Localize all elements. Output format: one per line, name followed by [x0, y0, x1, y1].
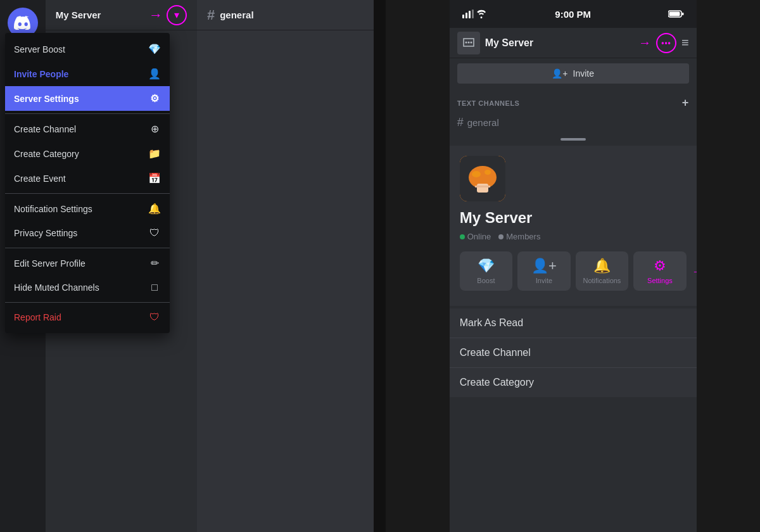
- menu-item-label: Server Boost: [14, 44, 65, 54]
- settings-icon: ⚙: [148, 92, 161, 104]
- server-header[interactable]: My Server → ▾: [46, 0, 197, 30]
- menu-item-privacy-settings[interactable]: Privacy Settings 🛡: [5, 221, 170, 245]
- signal-indicators: [462, 10, 486, 18]
- edit-icon: ✏: [148, 257, 161, 269]
- boost-action-label: Boost: [477, 277, 495, 284]
- svg-point-18: [465, 41, 467, 43]
- channel-name-mobile: general: [467, 117, 499, 128]
- svg-rect-16: [669, 12, 680, 16]
- channel-sidebar: My Server → ▾ Server Boost 💎 Invite Peop…: [46, 0, 197, 532]
- add-channel-icon: ⊕: [148, 123, 161, 135]
- create-event-icon: 📅: [148, 172, 161, 184]
- mobile-menu-create-category[interactable]: Create Category: [450, 368, 697, 397]
- server-stats: Online Members: [460, 232, 687, 241]
- action-row: 💎 Boost 👤+ Invite 🔔 Notifications ⚙ Sett…: [460, 251, 687, 291]
- notifications-action-icon: 🔔: [593, 258, 611, 274]
- invite-person-icon: 👤+: [552, 68, 567, 79]
- members-dot: [498, 234, 504, 239]
- menu-item-label: Hide Muted Channels: [14, 282, 99, 293]
- mobile-phone: 9:00 PM My Server →: [450, 0, 697, 532]
- svg-point-24: [484, 170, 491, 175]
- pink-arrow-icon: →: [149, 7, 163, 23]
- add-channel-button[interactable]: +: [682, 96, 689, 110]
- server-info-section: My Server Online Members 💎 Boost: [450, 146, 697, 306]
- svg-rect-12: [466, 13, 467, 18]
- invite-label: Invite: [573, 68, 594, 79]
- mobile-server-name: My Server: [485, 37, 633, 49]
- mobile-channel-general[interactable]: # general: [450, 112, 697, 133]
- text-channels-section-header: TEXT CHANNELS +: [450, 89, 697, 112]
- boost-action-icon: 💎: [478, 258, 495, 274]
- mobile-more-button[interactable]: •••: [656, 33, 676, 53]
- svg-rect-26: [475, 186, 490, 187]
- mobile-nav-bar: My Server → ••• ≡: [450, 28, 697, 58]
- more-dots-icon: •••: [661, 39, 671, 48]
- menu-item-create-category[interactable]: Create Category 📁: [5, 141, 170, 166]
- svg-rect-17: [681, 13, 683, 15]
- scroll-indicator: [560, 138, 586, 141]
- channel-hash-mobile: #: [457, 116, 464, 129]
- menu-item-label: Create Category: [14, 149, 79, 159]
- channel-name: general: [220, 10, 253, 20]
- mobile-section: 9:00 PM My Server →: [386, 0, 760, 532]
- section-divider: [374, 0, 386, 532]
- settings-action-button[interactable]: ⚙ Settings: [633, 251, 687, 291]
- chevron-down-icon: ▾: [174, 9, 179, 21]
- server-dropdown-button[interactable]: ▾: [167, 5, 187, 25]
- svg-rect-14: [472, 10, 474, 18]
- context-menu: Server Boost 💎 Invite People 👤 Server Se…: [5, 33, 170, 333]
- menu-item-notification-settings[interactable]: Notification Settings 🔔: [5, 196, 170, 221]
- invite-action-icon: 👤+: [531, 258, 557, 274]
- boost-action-button[interactable]: 💎 Boost: [460, 251, 513, 291]
- battery-indicators: [668, 10, 684, 18]
- mark-as-read-label: Mark As Read: [460, 317, 523, 328]
- server-name: My Server: [56, 10, 149, 20]
- settings-action-icon: ⚙: [654, 258, 666, 274]
- boost-icon: 💎: [148, 43, 161, 55]
- back-chat-icon[interactable]: [457, 32, 480, 54]
- svg-rect-25: [477, 184, 488, 193]
- invite-icon: 👤: [148, 68, 161, 80]
- menu-item-server-settings[interactable]: Server Settings ⚙: [5, 86, 170, 111]
- mobile-invite-button[interactable]: 👤+ Invite: [457, 63, 689, 84]
- menu-item-server-boost[interactable]: Server Boost 💎: [5, 37, 170, 61]
- menu-separator-4: [5, 302, 170, 303]
- menu-separator-1: [5, 113, 170, 114]
- menu-item-create-channel[interactable]: Create Channel ⊕: [5, 117, 170, 141]
- hamburger-menu-icon[interactable]: ≡: [681, 35, 689, 50]
- create-channel-label: Create Channel: [460, 347, 531, 358]
- mobile-pink-arrow: →: [638, 35, 651, 50]
- online-label: Online: [467, 232, 491, 241]
- menu-item-hide-muted-channels[interactable]: Hide Muted Channels □: [5, 276, 170, 300]
- invite-action-button[interactable]: 👤+ Invite: [517, 251, 571, 291]
- create-category-label: Create Category: [460, 377, 534, 388]
- menu-item-create-event[interactable]: Create Event 📅: [5, 166, 170, 191]
- menu-item-invite-people[interactable]: Invite People 👤: [5, 61, 170, 86]
- server-avatar-large: [460, 156, 505, 201]
- mobile-content: 👤+ Invite TEXT CHANNELS + # general: [450, 58, 697, 532]
- svg-rect-11: [462, 15, 464, 18]
- online-stat: Online: [460, 232, 491, 241]
- menu-item-label: Edit Server Profile: [14, 258, 86, 269]
- desktop-section: + My Server → ▾ Server Boost 💎 Invite Pe…: [0, 0, 374, 532]
- notification-icon: 🔔: [148, 203, 161, 215]
- report-icon: 🛡: [148, 312, 161, 323]
- notifications-action-label: Notifications: [583, 277, 621, 284]
- channel-header: # general: [197, 0, 374, 30]
- notifications-action-button[interactable]: 🔔 Notifications: [576, 251, 629, 291]
- channel-hash-icon: #: [207, 7, 215, 23]
- mobile-status-bar: 9:00 PM: [450, 0, 697, 28]
- battery-icon: [668, 10, 684, 18]
- menu-item-label: Invite People: [14, 69, 68, 79]
- online-dot: [460, 234, 465, 239]
- menu-item-edit-server-profile[interactable]: Edit Server Profile ✏: [5, 251, 170, 276]
- mobile-menu-create-channel[interactable]: Create Channel: [450, 338, 697, 368]
- menu-item-label: Notification Settings: [14, 204, 92, 214]
- server-title-large: My Server: [460, 209, 687, 227]
- members-label: Members: [506, 232, 540, 241]
- text-channels-label: TEXT CHANNELS: [457, 99, 520, 107]
- mobile-menu-mark-as-read[interactable]: Mark As Read: [450, 308, 697, 338]
- menu-item-label: Report Raid: [14, 312, 61, 322]
- menu-item-report-raid[interactable]: Report Raid 🛡: [5, 305, 170, 329]
- mobile-menu-list: Mark As Read Create Channel Create Categ…: [450, 308, 697, 397]
